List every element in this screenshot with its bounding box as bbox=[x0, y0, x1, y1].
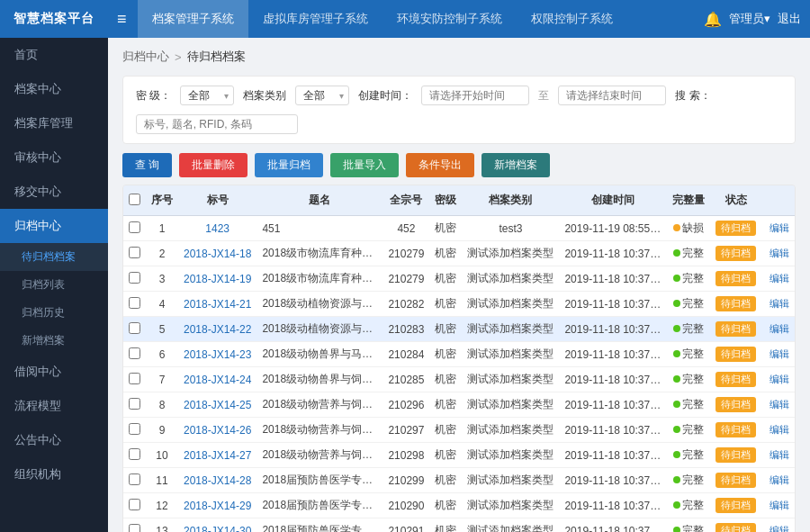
row-create-time: 2019-11-18 10:37:53 bbox=[559, 493, 667, 518]
sidebar-sub-new[interactable]: 新增档案 bbox=[0, 327, 108, 355]
sidebar-item-audit[interactable]: 审核中心 bbox=[0, 140, 108, 175]
batch-import-button[interactable]: 批量导入 bbox=[330, 153, 399, 177]
hamburger-icon[interactable]: ≡ bbox=[117, 10, 127, 29]
sidebar-item-transfer[interactable]: 移交中心 bbox=[0, 175, 108, 209]
row-dangan-lei: 测试添加档案类型 bbox=[462, 443, 559, 468]
sidebar-sub-pending[interactable]: 待归档档案 bbox=[0, 243, 108, 271]
col-time: 创建时间 bbox=[559, 185, 667, 216]
edit-link[interactable]: 编辑 bbox=[770, 323, 789, 334]
apply-link[interactable]: 申请归档 bbox=[795, 474, 796, 485]
chuangjian-label: 创建时间： bbox=[358, 88, 412, 104]
row-checkbox-8[interactable] bbox=[129, 398, 140, 410]
row-checkbox-13[interactable] bbox=[129, 524, 140, 533]
apply-link[interactable]: 申请归档 bbox=[795, 424, 796, 435]
edit-link[interactable]: 编辑 bbox=[770, 399, 789, 410]
table-row: 92018-JX14-262018级动物营养与饲料科学专...210297机密测… bbox=[123, 418, 796, 443]
date-start-input[interactable] bbox=[421, 86, 529, 105]
topnav-item-archives[interactable]: 档案管理子系统 bbox=[138, 0, 248, 38]
row-status: 待归档 bbox=[710, 367, 761, 392]
sidebar-item-home[interactable]: 首页 bbox=[0, 38, 108, 72]
edit-link[interactable]: 编辑 bbox=[770, 525, 789, 532]
edit-link[interactable]: 编辑 bbox=[770, 298, 789, 309]
topnav-right: 🔔 管理员▾ 退出 bbox=[704, 11, 801, 28]
sidebar-item-borrow[interactable]: 借阅中心 bbox=[0, 355, 108, 389]
row-complete: 缺损 bbox=[667, 216, 710, 241]
row-checkbox-10[interactable] bbox=[129, 448, 140, 460]
sidebar-sub-history[interactable]: 归档历史 bbox=[0, 299, 108, 327]
table-row: 52018-JX14-222018级动植物资源与繁殖专...210283机密测试… bbox=[123, 317, 796, 342]
edit-link[interactable]: 编辑 bbox=[770, 348, 789, 359]
row-miji: 机密 bbox=[429, 292, 462, 317]
apply-link[interactable]: 申请归档 bbox=[795, 449, 796, 460]
condition-export-button[interactable]: 条件导出 bbox=[406, 153, 474, 177]
sidebar-item-library[interactable]: 档案库管理 bbox=[0, 106, 108, 140]
row-quanzong: 210284 bbox=[382, 342, 429, 367]
row-checkbox-6[interactable] bbox=[129, 347, 140, 359]
apply-link[interactable]: 申请归档 bbox=[795, 500, 796, 510]
apply-link[interactable]: 申请归档 bbox=[795, 248, 796, 258]
topnav-item-auth[interactable]: 权限控制子系统 bbox=[517, 0, 627, 38]
sidebar-item-workflow[interactable]: 流程模型 bbox=[0, 389, 108, 423]
query-button[interactable]: 查 询 bbox=[122, 153, 172, 177]
apply-link[interactable]: 申请归档 bbox=[795, 298, 796, 309]
sidebar-item-filing[interactable]: 归档中心 bbox=[0, 209, 108, 243]
batch-delete-button[interactable]: 批量删除 bbox=[179, 153, 248, 177]
row-checkbox-5[interactable] bbox=[129, 322, 140, 334]
apply-link[interactable]: 申请归档 bbox=[795, 323, 796, 334]
apply-link[interactable]: 申请归档 bbox=[795, 525, 796, 532]
row-checkbox-2[interactable] bbox=[129, 247, 140, 258]
table-row: 82018-JX14-252018级动物营养与饲料科学专...210296机密测… bbox=[123, 392, 796, 418]
apply-link[interactable]: 申请归档 bbox=[795, 222, 796, 233]
miji-select[interactable]: 全部 机密 秘密 公开 bbox=[180, 86, 234, 105]
breadcrumb: 归档中心 > 待归档档案 bbox=[122, 49, 796, 65]
row-checkbox-7[interactable] bbox=[129, 373, 140, 384]
row-biaohao: 2018-JX14-24 bbox=[178, 367, 256, 392]
date-end-input[interactable] bbox=[558, 86, 666, 105]
row-miji: 机密 bbox=[429, 392, 462, 418]
edit-link[interactable]: 编辑 bbox=[770, 222, 789, 233]
edit-link[interactable]: 编辑 bbox=[770, 374, 789, 384]
apply-link[interactable]: 申请归档 bbox=[795, 374, 796, 384]
user-menu[interactable]: 管理员▾ bbox=[729, 11, 770, 27]
new-archive-button[interactable]: 新增档案 bbox=[482, 153, 550, 177]
row-biaohao: 2018-JX14-28 bbox=[178, 468, 256, 493]
topnav-item-env[interactable]: 环境安防控制子系统 bbox=[382, 0, 517, 38]
search-input[interactable] bbox=[136, 114, 298, 134]
edit-link[interactable]: 编辑 bbox=[770, 474, 789, 485]
row-complete: 完整 bbox=[667, 493, 710, 518]
apply-link[interactable]: 申请归档 bbox=[795, 348, 796, 359]
row-checkbox-12[interactable] bbox=[129, 499, 140, 510]
row-checkbox-1[interactable] bbox=[129, 221, 140, 233]
col-miji: 密级 bbox=[429, 185, 462, 216]
breadcrumb-parent[interactable]: 归档中心 bbox=[122, 49, 169, 65]
apply-link[interactable]: 申请归档 bbox=[795, 273, 796, 284]
sidebar-item-archives[interactable]: 档案中心 bbox=[0, 72, 108, 106]
filter-bar: 密 级： 全部 机密 秘密 公开 档案类别 全部 创建时间： 至 搜 索： bbox=[122, 76, 796, 144]
sidebar-sub-list[interactable]: 归档列表 bbox=[0, 271, 108, 299]
row-biaohao: 2018-JX14-29 bbox=[178, 493, 256, 518]
exit-button[interactable]: 退出 bbox=[778, 11, 801, 27]
edit-link[interactable]: 编辑 bbox=[770, 500, 789, 510]
sidebar-item-notice[interactable]: 公告中心 bbox=[0, 423, 108, 457]
row-miji: 机密 bbox=[429, 418, 462, 443]
sidebar-item-org[interactable]: 组织机构 bbox=[0, 457, 108, 491]
row-checkbox-4[interactable] bbox=[129, 297, 140, 309]
edit-link[interactable]: 编辑 bbox=[770, 424, 789, 435]
edit-link[interactable]: 编辑 bbox=[770, 273, 789, 284]
row-checkbox-3[interactable] bbox=[129, 272, 140, 284]
dangan-label: 档案类别 bbox=[243, 88, 286, 104]
apply-link[interactable]: 申请归档 bbox=[795, 399, 796, 410]
edit-link[interactable]: 编辑 bbox=[770, 449, 789, 460]
batch-archive-button[interactable]: 批量归档 bbox=[255, 153, 323, 177]
row-status: 待归档 bbox=[710, 266, 761, 292]
row-checkbox-9[interactable] bbox=[129, 423, 140, 435]
edit-link[interactable]: 编辑 bbox=[770, 248, 789, 258]
select-all-checkbox[interactable] bbox=[129, 194, 140, 205]
row-miji: 机密 bbox=[429, 241, 462, 266]
dangan-select[interactable]: 全部 bbox=[295, 86, 349, 105]
topnav-item-virtual[interactable]: 虚拟库房管理子系统 bbox=[248, 0, 382, 38]
row-complete: 完整 bbox=[667, 266, 710, 292]
row-status: 待归档 bbox=[710, 493, 761, 518]
row-checkbox-11[interactable] bbox=[129, 473, 140, 485]
bell-icon[interactable]: 🔔 bbox=[704, 11, 722, 28]
